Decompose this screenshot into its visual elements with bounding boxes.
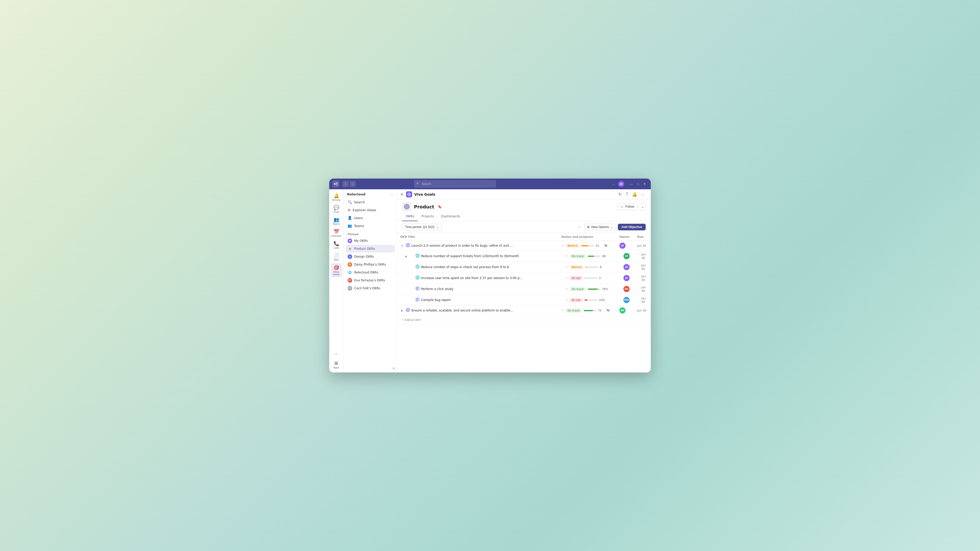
follow-check-icon: ✓ <box>621 205 624 209</box>
expand-button[interactable]: ▼ <box>400 245 404 247</box>
teams-icon: 👥 <box>334 217 339 222</box>
sidebar-item-users[interactable]: 👤 Users <box>345 214 395 222</box>
nav-forward-button[interactable]: › <box>350 181 356 187</box>
user-avatar[interactable]: JD <box>618 181 624 187</box>
kr-title: Reduce number of steps in check out proc… <box>421 265 509 269</box>
minimize-button[interactable]: — <box>628 181 635 187</box>
sidebar-item-explorer-views[interactable]: ⊕ Explorer Views <box>345 206 395 214</box>
rail-label-chat: Chat <box>334 211 339 213</box>
status-badge: Behind <box>570 265 584 269</box>
maximize-button[interactable]: □ <box>635 181 641 187</box>
view-options-label: View Options <box>591 225 609 229</box>
sidebar-org-name: Relecloud <box>347 192 366 196</box>
sidebar-teams-label: Teams <box>354 224 364 228</box>
cecil-avatar: CF <box>348 286 352 291</box>
titlebar-more-button[interactable]: ··· <box>611 181 617 187</box>
sidebar-collapse-button[interactable]: « <box>393 366 395 370</box>
window-controls: — □ ✕ <box>628 181 648 187</box>
product-okrs-icon: ⊕ <box>348 246 352 251</box>
rail-label-calendar: Calendar <box>331 235 341 237</box>
titlebar-search-input[interactable] <box>414 180 496 187</box>
initiative-icon <box>415 297 420 303</box>
tab-projects[interactable]: Projects <box>418 213 438 221</box>
rail-item-teams[interactable]: 👥 Teams <box>331 215 342 227</box>
progress-number: 3 <box>599 276 606 280</box>
expand-button[interactable]: ▶ <box>404 255 408 258</box>
progress-fill <box>585 278 585 279</box>
daisy-avatar: D <box>348 262 352 267</box>
sidebar-org-collapse-button[interactable]: ⌄ <box>391 192 393 196</box>
users-icon: 👤 <box>348 216 352 220</box>
sidebar-pinned-cecil-okrs[interactable]: CF Cecil Folk's OKRs <box>345 284 395 292</box>
due-date: Jun 30 <box>641 264 646 271</box>
view-options-button[interactable]: ⊞ View Options ⌄ <box>584 224 616 230</box>
table-row: Increase user time spent on site from 2:… <box>397 273 651 284</box>
page-title-area: Product 🔖 <box>402 202 442 211</box>
help-button[interactable]: ? <box>625 191 629 198</box>
icon-rail: 🔔 Activity 💬 Chat 👥 Teams 📅 Calendar 📞 C… <box>329 189 344 372</box>
view-options-caret-icon: ⌄ <box>611 225 613 229</box>
sidebar: Relecloud ⌄ 🔍 Search ⊕ Explorer Views 👤 … <box>344 189 397 372</box>
titlebar: ‹ › 🔍 ··· JD — □ ✕ <box>329 179 651 189</box>
rail-more-button[interactable]: ··· <box>331 349 342 359</box>
rail-item-activity[interactable]: 🔔 Activity <box>331 191 342 203</box>
redirect-icon: ↗ <box>561 244 563 248</box>
sidebar-pinned-relecloud-okrs[interactable]: 🌐 Relecloud OKRs <box>345 268 395 276</box>
add-item-button[interactable]: + Add an item <box>402 318 421 322</box>
rail-item-calendar[interactable]: 📅 Calendar <box>331 227 342 239</box>
progress-area: 72% <box>584 309 609 312</box>
objective-icon <box>406 243 410 248</box>
col-due: Due <box>634 233 651 241</box>
sidebar-pinned-daisy-okrs[interactable]: D Daisy Phillips's OKRs <box>345 261 395 268</box>
rail-item-calls[interactable]: 📞 Calls <box>331 239 342 251</box>
rail-label-teams: Teams <box>332 223 340 225</box>
rail-item-chat[interactable]: 💬 Chat <box>331 203 342 215</box>
tab-okrs[interactable]: OKRs <box>402 213 418 221</box>
sidebar-item-teams[interactable]: 👥 Teams <box>345 222 395 230</box>
col-title: OKR Title <box>397 233 558 241</box>
add-objective-button[interactable]: Add Objective <box>618 224 646 230</box>
sidebar-pinned-eva-okrs[interactable]: ET Eva Terrazas's OKRs <box>345 276 395 284</box>
due-date: Jun 30 <box>637 309 646 312</box>
okr-content: OKR Title Status and progress Owner Due … <box>397 233 651 372</box>
app-more-button[interactable]: ··· <box>640 191 646 198</box>
redirect-icon: ↗ <box>565 276 568 280</box>
explorer-views-icon: ⊕ <box>348 208 351 212</box>
progress-area: 8 <box>585 265 611 269</box>
follow-button[interactable]: ✓ Follow <box>617 203 638 210</box>
expand-button[interactable]: ▶ <box>400 309 404 312</box>
follow-caret-button[interactable]: ⌄ <box>640 203 646 210</box>
app-header-right: ↻ ? 🔔 ··· <box>617 191 646 198</box>
owner-avatar: JD <box>619 243 625 249</box>
sidebar-search-label: Search <box>354 200 365 204</box>
toolbar-more-button[interactable]: ··· <box>576 224 582 230</box>
sidebar-explorer-label: Explorer Views <box>353 208 376 212</box>
page-title: Product <box>414 204 434 210</box>
sidebar-pinned-design-okrs[interactable]: ⊕ Design OKRs <box>345 253 395 260</box>
progress-number: 48 <box>602 254 609 258</box>
rail-item-viva-goals[interactable]: 🎯 Viva Goals <box>331 263 342 277</box>
sidebar-item-search[interactable]: 🔍 Search <box>345 198 395 206</box>
redirect-icon: ↗ <box>565 254 568 258</box>
page-tabs: OKRs Projects Dashboards <box>402 213 646 221</box>
notifications-button[interactable]: 🔔 <box>631 191 638 198</box>
rail-item-apps[interactable]: ⊞ Apps <box>331 359 342 370</box>
sidebar-pinned-product-okrs[interactable]: ⊕ Product OKRs <box>345 245 395 252</box>
hamburger-button[interactable]: ≡ <box>400 191 404 198</box>
time-period-button[interactable]: Time period: Q3 2022 ⌄ <box>402 224 442 230</box>
sidebar-pinned-my-okrs[interactable]: M My OKRs <box>345 237 395 245</box>
add-item-row: + Add an item <box>397 316 651 324</box>
table-row: ▼ Launch 2.0 version of product i <box>397 241 651 251</box>
progress-fill <box>585 267 587 268</box>
refresh-button[interactable]: ↻ <box>617 191 623 198</box>
nav-back-button[interactable]: ‹ <box>342 181 348 187</box>
okr-table: OKR Title Status and progress Owner Due … <box>397 233 651 324</box>
tab-dashboards[interactable]: Dashboards <box>438 213 464 221</box>
main-content: ≡ Viva Goals ↻ ? 🔔 <box>397 189 651 372</box>
sidebar-nav: 🔍 Search ⊕ Explorer Views 👤 Users 👥 Team… <box>344 198 397 230</box>
close-button[interactable]: ✕ <box>641 181 648 187</box>
redirect-icon: ↗ <box>565 299 568 302</box>
status-progress-cell: ↗ On track 78% <box>565 287 613 291</box>
rail-item-files[interactable]: 📄 Files <box>331 251 342 263</box>
bookmark-icon[interactable]: 🔖 <box>438 205 442 209</box>
